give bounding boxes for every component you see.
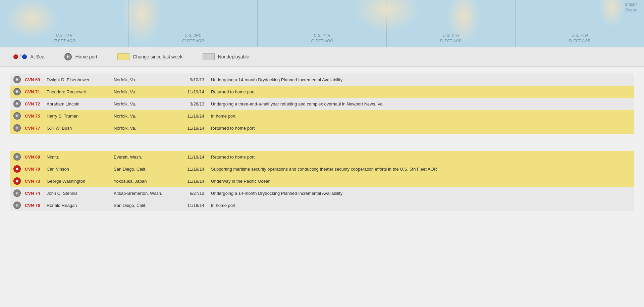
slash-separator: / bbox=[19, 54, 21, 60]
vessel-date: 11/19/14 bbox=[181, 114, 211, 119]
table-row: H CVN 69 Dwight D. Eisenhower Norfolk, V… bbox=[10, 74, 634, 86]
legend-nondeployable: Nondeployable bbox=[203, 53, 249, 60]
indian-ocean-label: IndianOcean bbox=[625, 2, 637, 13]
vessel-id: CVN 72 bbox=[25, 101, 47, 106]
vessel-status: Undergoing a 14-month Drydocking Planned… bbox=[211, 77, 631, 82]
vessel-status: Underway in the Pacific Ocean bbox=[211, 179, 631, 184]
vessel-date: 11/19/14 bbox=[181, 203, 211, 208]
vessel-name: Carl Vinson bbox=[47, 167, 114, 172]
vessel-group-2: H CVN 68 Nimitz Everett, Wash. 11/19/14 … bbox=[10, 151, 634, 211]
red-dot-icon bbox=[13, 54, 18, 59]
at-sea-red-icon: ● bbox=[13, 177, 21, 185]
legend-at-sea: / At Sea bbox=[13, 54, 44, 60]
vessel-date: 9/10/13 bbox=[181, 77, 211, 82]
vessel-status: Undergoing a 14-month Drydocking Planned… bbox=[211, 191, 631, 196]
home-port-label: Home port bbox=[75, 54, 97, 59]
vessel-id: CVN 77 bbox=[25, 126, 47, 131]
vessel-status: Undergoing a three-and-a-half year refue… bbox=[211, 101, 631, 106]
home-icon: H bbox=[13, 189, 21, 197]
change-yellow-box bbox=[117, 53, 129, 60]
table-row: H CVN 74 John C. Stennis Kitsap-Bremerto… bbox=[10, 187, 634, 199]
table-row: ● CVN 73 George Washington Yokosuka, Jap… bbox=[10, 175, 634, 187]
fleet-section-7th-west: U.S. 7THFLEET AOR bbox=[0, 0, 129, 47]
home-icon: H bbox=[13, 202, 21, 209]
home-icon: H bbox=[13, 88, 21, 95]
fleet-label-7th-east: U.S. 7THFLEET AOR bbox=[569, 33, 591, 43]
vessel-date: 11/19/14 bbox=[181, 167, 211, 172]
table-row: H CVN 68 Nimitz Everett, Wash. 11/19/14 … bbox=[10, 151, 634, 163]
vessel-name: Harry S. Truman bbox=[47, 114, 114, 119]
home-icon: H bbox=[13, 112, 21, 120]
vessel-id: CVN 74 bbox=[25, 191, 47, 196]
home-icon: H bbox=[13, 153, 21, 161]
change-label: Change since last week bbox=[133, 54, 182, 59]
vessel-group-1: H CVN 69 Dwight D. Eisenhower Norfolk, V… bbox=[10, 74, 634, 134]
fleet-section-4th: U.S. 4THFLEET AOR bbox=[258, 0, 386, 47]
vessel-port: Yokosuka, Japan bbox=[114, 179, 181, 184]
table-row: H CVN 71 Theodore Roosevelt Norfolk, Va.… bbox=[10, 86, 634, 98]
vessel-id: CVN 69 bbox=[25, 77, 47, 82]
vessel-port: San Diego, Calif. bbox=[114, 203, 181, 208]
vessel-port: Norfolk, Va. bbox=[114, 114, 181, 119]
fleet-label-6th: U.S. 6THFLEET AOR bbox=[440, 33, 462, 43]
map-area: IndianOcean U.S. 7THFLEET AOR U.S. 3RDFL… bbox=[0, 0, 644, 47]
vessel-port: Norfolk, Va. bbox=[114, 126, 181, 131]
table-row: H CVN 76 Ronald Reagan San Diego, Calif.… bbox=[10, 199, 634, 211]
vessel-status: In home port bbox=[211, 114, 631, 119]
vessel-id: CVN 75 bbox=[25, 114, 47, 119]
vessel-port: Everett, Wash. bbox=[114, 155, 181, 160]
vessel-id: CVN 71 bbox=[25, 89, 47, 94]
blue-dot-icon bbox=[22, 54, 27, 59]
fleet-label-3rd: U.S. 3RDFLEET AOR bbox=[182, 33, 204, 43]
vessel-name: George Washington bbox=[47, 179, 114, 184]
table-row: H CVN 72 Abraham Lincoln Norfolk, Va. 3/… bbox=[10, 98, 634, 110]
fleet-section-3rd: U.S. 3RDFLEET AOR bbox=[129, 0, 258, 47]
vessel-date: 11/19/14 bbox=[181, 179, 211, 184]
fleet-label-7th-west: U.S. 7THFLEET AOR bbox=[53, 33, 75, 43]
vessel-name: Abraham Lincoln bbox=[47, 101, 114, 106]
home-icon: H bbox=[13, 100, 21, 107]
nondeployable-label: Nondeployable bbox=[218, 54, 249, 59]
vessel-name: Ronald Reagan bbox=[47, 203, 114, 208]
vessel-date: 6/27/13 bbox=[181, 191, 211, 196]
vessel-id: CVN 73 bbox=[25, 179, 47, 184]
vessel-port: Kitsap-Bremerton, Wash. bbox=[114, 191, 181, 196]
vessel-status: Returned to home port bbox=[211, 155, 631, 160]
vessel-id: CVN 76 bbox=[25, 203, 47, 208]
table-row: H CVN 77 G.H.W. Bush Norfolk, Va. 11/19/… bbox=[10, 122, 634, 134]
vessel-name: G.H.W. Bush bbox=[47, 126, 114, 131]
vessel-status: Supporting maritime security operations … bbox=[211, 167, 631, 172]
vessel-name: Dwight D. Eisenhower bbox=[47, 77, 114, 82]
vessel-id: CVN 68 bbox=[25, 155, 47, 160]
vessel-date: 11/19/14 bbox=[181, 89, 211, 94]
home-port-icon: H bbox=[64, 53, 72, 60]
vessel-port: Norfolk, Va. bbox=[114, 77, 181, 82]
table-row: H CVN 75 Harry S. Truman Norfolk, Va. 11… bbox=[10, 110, 634, 122]
vessel-status: In home port bbox=[211, 203, 631, 208]
vessel-date: 11/19/14 bbox=[181, 126, 211, 131]
vessel-date: 11/19/14 bbox=[181, 155, 211, 160]
vessel-name: Theodore Roosevelt bbox=[47, 89, 114, 94]
vessel-status: Returned to home port bbox=[211, 126, 631, 131]
vessel-name: John C. Stennis bbox=[47, 191, 114, 196]
fleet-section-6th: U.S. 6THFLEET AOR bbox=[387, 0, 516, 47]
nondeployable-gray-box bbox=[203, 53, 215, 60]
legend-bar: / At Sea H Home port Change since last w… bbox=[0, 47, 644, 67]
home-icon: H bbox=[13, 76, 21, 83]
vessel-port: San Diego, Calif. bbox=[114, 167, 181, 172]
at-sea-red-icon: ● bbox=[13, 165, 21, 173]
vessel-id: CVN 70 bbox=[25, 167, 47, 172]
legend-home-port: H Home port bbox=[64, 53, 97, 60]
vessel-status: Returned to home port bbox=[211, 89, 631, 94]
vessels-area: H CVN 69 Dwight D. Eisenhower Norfolk, V… bbox=[0, 67, 644, 228]
table-row: ● CVN 70 Carl Vinson San Diego, Calif. 1… bbox=[10, 163, 634, 175]
vessel-port: Norfolk, Va. bbox=[114, 89, 181, 94]
vessel-port: Norfolk, Va. bbox=[114, 101, 181, 106]
vessel-date: 3/28/13 bbox=[181, 101, 211, 106]
at-sea-label: At Sea bbox=[30, 54, 44, 59]
home-icon: H bbox=[13, 124, 21, 132]
vessel-name: Nimitz bbox=[47, 155, 114, 160]
fleet-label-4th: U.S. 4THFLEET AOR bbox=[311, 33, 333, 43]
legend-change: Change since last week bbox=[117, 53, 182, 60]
